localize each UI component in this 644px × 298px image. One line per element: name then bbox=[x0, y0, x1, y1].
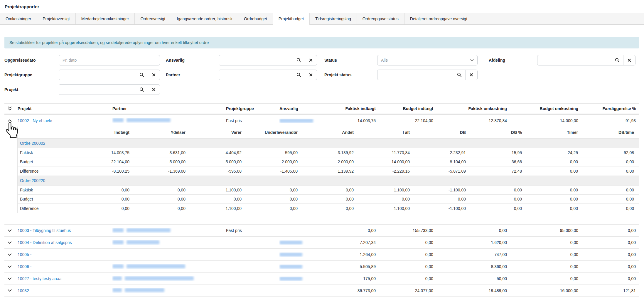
project-detail-panel: IndtægtYdelserVarerUnderleverandørAndetI… bbox=[17, 127, 639, 213]
ansvarlig-cell bbox=[279, 277, 329, 281]
clear-icon[interactable] bbox=[623, 55, 635, 65]
value-cell: 16.000,00 bbox=[507, 288, 578, 293]
order-link[interactable]: Ordre 200002 bbox=[20, 141, 45, 146]
col-header-partner[interactable]: Partner bbox=[112, 106, 226, 111]
chevron-down-icon[interactable] bbox=[4, 253, 18, 256]
detail-value-cell: 1.100,00 bbox=[354, 206, 410, 211]
search-icon[interactable] bbox=[293, 55, 305, 65]
detail-value-cell: -595,08 bbox=[186, 169, 242, 174]
chevron-down-icon[interactable] bbox=[4, 241, 18, 244]
search-icon[interactable] bbox=[611, 55, 623, 65]
tab[interactable]: Tidsregistreringslog bbox=[310, 13, 357, 24]
order-section: Ordre 200002 Faktisk 14.003,753.631,004.… bbox=[18, 138, 639, 176]
order-link[interactable]: Ordre 200220 bbox=[20, 178, 45, 183]
tab[interactable]: Medarbejderomkostninger bbox=[76, 13, 135, 24]
detail-value-cell: 24,25 bbox=[522, 150, 578, 155]
col-header-projektgruppe[interactable]: Projektgruppe bbox=[226, 106, 279, 111]
detail-value-cell: 0,00 bbox=[466, 188, 522, 192]
detail-value-cell: 5.000,00 bbox=[186, 159, 242, 164]
tab[interactable]: Ordrebudget bbox=[238, 13, 273, 24]
chevron-up-icon[interactable] bbox=[4, 119, 18, 122]
projekt-status-input[interactable] bbox=[377, 73, 454, 77]
chevron-down-icon[interactable] bbox=[4, 277, 18, 280]
search-icon[interactable] bbox=[136, 70, 148, 80]
chevron-down-icon[interactable] bbox=[4, 229, 18, 232]
project-link[interactable]: 10005 - bbox=[18, 252, 112, 257]
tab[interactable]: Ordreopgave status bbox=[357, 13, 404, 24]
page-title-bar: Projektrapporter bbox=[0, 0, 644, 13]
detail-col-header: Ydelser bbox=[129, 130, 186, 135]
tab[interactable]: Ordreoversigt bbox=[135, 13, 171, 24]
detail-value-cell: 14.003,75 bbox=[73, 150, 129, 155]
search-icon[interactable] bbox=[293, 70, 305, 80]
value-cell: 91,93 bbox=[578, 118, 636, 123]
tab-label: Ordreopgave status bbox=[363, 16, 399, 21]
chevron-down-icon[interactable] bbox=[4, 289, 18, 292]
clear-icon[interactable] bbox=[305, 70, 317, 80]
info-banner-text: Se statistikker for projekter på opgørel… bbox=[9, 40, 209, 45]
value-cell: 0,00 bbox=[507, 276, 578, 281]
search-icon[interactable] bbox=[136, 85, 148, 95]
ansvarlig-cell bbox=[279, 240, 329, 245]
redacted-partner bbox=[127, 228, 171, 232]
status-select[interactable]: Alle bbox=[377, 55, 478, 65]
value-cell: 121,81 bbox=[578, 288, 636, 293]
search-icon[interactable] bbox=[454, 70, 465, 80]
projektgruppe-input[interactable] bbox=[59, 73, 136, 77]
detail-value-cell: 2.000,00 bbox=[298, 159, 354, 164]
col-header-ansvarlig[interactable]: Ansvarlig bbox=[279, 106, 329, 111]
detail-header-row: IndtægtYdelserVarerUnderleverandørAndetI… bbox=[18, 127, 639, 138]
detail-value-cell: 0,00 bbox=[466, 197, 522, 201]
project-row: 10006 - 5.505,890,008.360,000,000,00 bbox=[4, 260, 639, 272]
detail-value-cell: 22.104,00 bbox=[73, 159, 129, 164]
clear-icon[interactable] bbox=[305, 55, 317, 65]
partner-label: Partner bbox=[166, 70, 180, 80]
col-header-faktisk-omkostning[interactable]: Faktisk omkostning bbox=[433, 106, 507, 111]
partner-cell bbox=[112, 228, 226, 233]
partner-cell bbox=[112, 264, 226, 269]
clear-icon[interactable] bbox=[148, 85, 160, 95]
detail-row: Budget 0,000,000,000,000,000,000,000,000… bbox=[18, 195, 639, 204]
clear-icon[interactable] bbox=[466, 70, 477, 80]
project-link[interactable]: 10032 - bbox=[18, 288, 112, 293]
project-link[interactable]: 10027 - testy testy aaaa bbox=[18, 276, 112, 281]
detail-value-cell: 0,00 bbox=[242, 197, 298, 201]
clear-icon[interactable] bbox=[148, 70, 160, 80]
tab[interactable]: Detaljeret ordreopgave oversigt bbox=[404, 13, 473, 24]
tab[interactable]: Projektbudget bbox=[273, 13, 310, 25]
tab[interactable]: Projektoversigt bbox=[37, 13, 76, 24]
ansvarlig-input[interactable] bbox=[219, 58, 293, 63]
redacted-partner bbox=[112, 118, 124, 122]
chevron-down-icon[interactable] bbox=[4, 265, 18, 268]
opgorelsesdato-input[interactable] bbox=[59, 58, 160, 63]
detail-value-cell: 11.770,84 bbox=[354, 150, 410, 155]
redacted-partner bbox=[112, 288, 122, 292]
collapse-all-icon[interactable] bbox=[4, 106, 18, 111]
project-link[interactable]: 10002 - Ny el-tavle bbox=[18, 118, 112, 123]
tab[interactable]: Omkostninger bbox=[0, 13, 37, 24]
tab[interactable]: Igangværende ordrer, historisk bbox=[171, 13, 238, 24]
page-title: Projektrapporter bbox=[5, 4, 39, 9]
col-header-projekt[interactable]: Projekt bbox=[18, 106, 112, 111]
project-link[interactable]: 10003 - Tilbygning til stuehus bbox=[18, 228, 112, 233]
col-header-faerdiggoerelse[interactable]: Færdiggørelse % bbox=[578, 106, 636, 111]
detail-value-cell: 0,00 bbox=[578, 159, 634, 164]
project-link[interactable]: 10006 - bbox=[18, 264, 112, 269]
detail-value-cell: 0,00 bbox=[129, 197, 186, 201]
detail-row-label: Faktisk bbox=[18, 188, 73, 192]
detail-row-label: Difference bbox=[18, 206, 73, 211]
detail-value-cell: 0,00 bbox=[578, 169, 634, 174]
col-header-budget-indtaegt[interactable]: Budget indtægt bbox=[376, 106, 433, 111]
project-row: 10027 - testy testy aaaa 175,000,0050,00… bbox=[4, 272, 639, 284]
col-header-faktisk-indtaegt[interactable]: Faktisk indtægt bbox=[329, 106, 376, 111]
partner-input[interactable] bbox=[219, 73, 293, 77]
projekt-field bbox=[59, 84, 160, 95]
detail-value-cell: 0,00 bbox=[73, 188, 129, 192]
afdeling-input[interactable] bbox=[537, 58, 611, 63]
redacted-ansvarlig bbox=[279, 265, 302, 269]
col-header-budget-omkostning[interactable]: Budget omkostning bbox=[507, 106, 578, 111]
project-link[interactable]: 10004 - Definition af salgspris bbox=[18, 240, 112, 245]
project-row: 10004 - Definition af salgspris 7.207,34… bbox=[4, 236, 639, 248]
detail-value-cell: 0,00 bbox=[522, 197, 578, 201]
projekt-input[interactable] bbox=[59, 87, 136, 92]
